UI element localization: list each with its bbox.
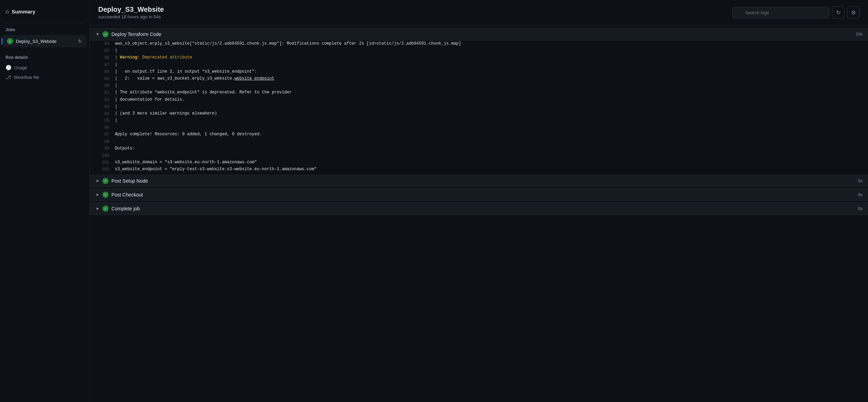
summary-link[interactable]: ⌂ Summary [0,6,90,17]
log-line[interactable]: 102s3_website_endpoint = "erply-test-s3-… [90,166,868,173]
step-header-post-setup-node[interactable]: ▼✓Post Setup Node0s [90,175,868,187]
line-number: 96 [95,124,109,131]
run-details-section: Run details 🕐 Usage ⎇ Workflow file [0,55,90,82]
line-content: | on output.tf line 2, in output "s3_web… [115,68,862,75]
step-duration-complete-job: 0s [858,206,862,211]
step-section-post-checkout: ▼✓Post Checkout0s [90,189,868,201]
line-content: Apply complete! Resources: 0 added, 1 ch… [115,131,862,138]
job-name: Deploy_S3_Website [16,39,74,44]
workflow-file-link[interactable]: ⎇ Workflow file [0,72,90,82]
file-icon: ⎇ [6,74,11,80]
job-item-deploy-s3-website[interactable]: ✓ Deploy_S3_Website ↻ [3,35,87,47]
line-number: 91 [95,89,109,96]
log-line[interactable]: 90| [90,82,868,89]
line-content: s3_website_domain = "s3-website.eu-north… [115,159,862,166]
log-line[interactable]: 97Apply complete! Resources: 0 added, 1 … [90,131,868,138]
step-duration-deploy-terraform: 10s [856,32,862,37]
log-line[interactable]: 94| (and 3 more similar warnings elsewhe… [90,110,868,117]
step-success-icon-post-checkout: ✓ [102,192,109,198]
log-line[interactable]: 98 [90,138,868,145]
step-duration-post-setup-node: 0s [858,179,862,183]
log-area: ▼✓Deploy Terraform Code10s84aws_s3_objec… [90,25,868,402]
line-content: | [115,103,862,110]
line-number: 93 [95,103,109,110]
summary-label: Summary [12,9,35,15]
line-number: 99 [95,145,109,152]
header-subtitle: succeeded 18 hours ago in 54s [98,14,164,19]
line-content: s3_website_endpoint = "erply-test-s3-web… [115,166,862,173]
line-number: 89 [95,75,109,82]
log-line[interactable]: 100 [90,152,868,159]
line-content: Outputs: [115,145,862,152]
step-title-complete-job: Complete job [111,206,855,211]
line-number: 88 [95,68,109,75]
chevron-icon-deploy-terraform: ▼ [95,32,100,37]
run-details-label: Run details [0,55,90,63]
line-number: 85 [95,47,109,54]
log-line[interactable]: 85| [90,47,868,54]
line-number: 92 [95,97,109,103]
settings-button[interactable]: ⚙ [847,6,860,19]
line-content: | Warning: Deprecated attribute [115,54,862,61]
line-content: | documentation for details. [115,97,862,103]
step-title-post-setup-node: Post Setup Node [111,178,855,184]
clock-icon: 🕐 [6,65,11,70]
step-section-deploy-terraform: ▼✓Deploy Terraform Code10s84aws_s3_objec… [90,28,868,173]
log-line[interactable]: 95| [90,117,868,124]
line-content: aws_s3_object.erply_s3_website["static/j… [115,40,862,47]
line-content: | [115,117,862,124]
search-logs-input[interactable] [732,7,829,18]
line-number: 98 [95,138,109,145]
line-number: 95 [95,117,109,124]
workflow-file-label: Workflow file [14,75,39,80]
log-line[interactable]: 86| Warning: Deprecated attribute [90,54,868,61]
step-title-deploy-terraform: Deploy Terraform Code [111,31,853,37]
step-header-post-checkout[interactable]: ▼✓Post Checkout0s [90,189,868,201]
log-line[interactable]: 101s3_website_domain = "s3-website.eu-no… [90,159,868,166]
line-content: | [115,82,862,89]
jobs-section-label: Jobs [0,27,90,35]
step-success-icon-post-setup-node: ✓ [102,178,109,184]
line-number: 94 [95,110,109,117]
line-number: 86 [95,54,109,61]
line-content: | [115,62,862,68]
job-refresh-button[interactable]: ↻ [77,38,83,45]
header-left: Deploy_S3_Website succeeded 18 hours ago… [98,6,164,19]
step-section-post-setup-node: ▼✓Post Setup Node0s [90,175,868,187]
main-content: Deploy_S3_Website succeeded 18 hours ago… [90,0,868,402]
search-container: 🔍 [732,7,829,18]
step-section-complete-job: ▼✓Complete job0s [90,202,868,215]
step-header-deploy-terraform[interactable]: ▼✓Deploy Terraform Code10s [90,28,868,40]
usage-label: Usage [14,65,27,70]
log-line[interactable]: 87| [90,62,868,68]
log-line[interactable]: 92| documentation for details. [90,97,868,103]
usage-link[interactable]: 🕐 Usage [0,63,90,72]
step-header-complete-job[interactable]: ▼✓Complete job0s [90,202,868,215]
house-icon: ⌂ [6,8,9,15]
line-number: 90 [95,82,109,89]
log-line[interactable]: 89| 2: value = aws_s3_bucket.erply_s3_we… [90,75,868,82]
step-title-post-checkout: Post Checkout [111,192,855,198]
log-line[interactable]: 99Outputs: [90,145,868,152]
step-success-icon-deploy-terraform: ✓ [102,31,109,37]
chevron-icon-complete-job: ▼ [95,207,100,211]
log-line[interactable]: 96 [90,124,868,131]
line-content: | The attribute "website_endpoint" is de… [115,89,862,96]
line-number: 84 [95,40,109,47]
line-content: | (and 3 more similar warnings elsewhere… [115,110,862,117]
header: Deploy_S3_Website succeeded 18 hours ago… [90,0,868,25]
line-content: | 2: value = aws_s3_bucket.erply_s3_webs… [115,75,862,82]
line-number: 101 [95,159,109,166]
log-line[interactable]: 93| [90,103,868,110]
chevron-icon-post-setup-node: ▼ [95,179,100,183]
line-number: 87 [95,62,109,68]
log-line[interactable]: 91| The attribute "website_endpoint" is … [90,89,868,96]
step-success-icon-complete-job: ✓ [102,205,109,212]
log-line[interactable]: 88| on output.tf line 2, in output "s3_w… [90,68,868,75]
header-right: 🔍 ↻ ⚙ [732,6,860,19]
log-line[interactable]: 84aws_s3_object.erply_s3_website["static… [90,40,868,47]
success-icon: ✓ [7,38,13,44]
line-number: 100 [95,152,109,159]
line-number: 97 [95,131,109,138]
refresh-button[interactable]: ↻ [832,6,844,19]
